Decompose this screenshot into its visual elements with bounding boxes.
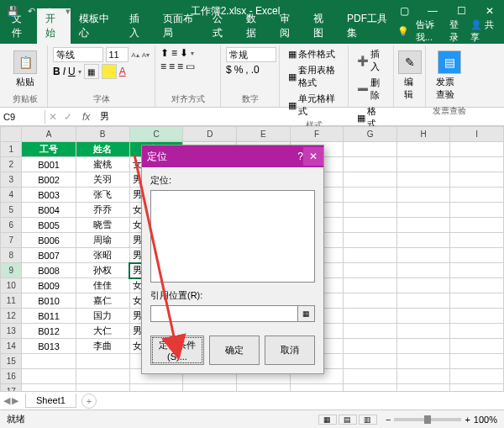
- page-break-icon[interactable]: ▥: [359, 415, 377, 425]
- add-sheet-icon[interactable]: +: [81, 394, 97, 409]
- merge-button[interactable]: ▭: [186, 61, 195, 72]
- sheet-tab[interactable]: Sheet1: [25, 394, 76, 408]
- fill-color-button[interactable]: [102, 64, 117, 79]
- cell[interactable]: B005: [22, 218, 76, 233]
- align-bot-icon[interactable]: ⬇: [180, 47, 188, 59]
- cell[interactable]: B003: [22, 188, 76, 203]
- insert-cells-button[interactable]: ➕ 插入: [354, 47, 388, 74]
- tab-layout[interactable]: 页面布局: [155, 8, 205, 44]
- cell[interactable]: B013: [22, 339, 76, 354]
- tab-pdf[interactable]: PDF工具集: [339, 8, 397, 44]
- border-button[interactable]: ▦: [84, 64, 99, 79]
- row-header[interactable]: 8: [1, 248, 22, 263]
- qat-customize-icon[interactable]: ▾: [60, 3, 76, 18]
- share-button[interactable]: 👤 共享: [470, 18, 496, 44]
- col-header[interactable]: D: [183, 127, 237, 142]
- cell[interactable]: 佳佳: [76, 278, 129, 293]
- row-header[interactable]: 6: [1, 218, 22, 233]
- select-all-corner[interactable]: [1, 127, 22, 142]
- cell[interactable]: B007: [22, 248, 76, 263]
- col-header[interactable]: E: [237, 127, 291, 142]
- align-center-icon[interactable]: ≡: [169, 61, 175, 72]
- save-icon[interactable]: 💾: [5, 3, 20, 18]
- zoom-level[interactable]: 100%: [474, 415, 497, 425]
- normal-view-icon[interactable]: ▦: [318, 415, 337, 425]
- reference-picker-icon[interactable]: ▦: [298, 305, 315, 322]
- cell[interactable]: 工号: [22, 142, 76, 157]
- dialog-close-icon[interactable]: ✕: [303, 147, 323, 166]
- undo-icon[interactable]: ↶: [24, 3, 39, 18]
- login-button[interactable]: 登录: [449, 18, 464, 44]
- cell[interactable]: B011: [22, 309, 76, 324]
- reference-input[interactable]: [150, 305, 298, 322]
- format-table-button[interactable]: ▦ 套用表格格式: [285, 63, 343, 90]
- comma-icon[interactable]: ,: [245, 64, 248, 76]
- prev-sheet-icon[interactable]: ◀: [3, 395, 10, 406]
- row-header[interactable]: 4: [1, 188, 22, 203]
- cell-styles-button[interactable]: ▦ 单元格样式: [285, 92, 343, 119]
- col-header[interactable]: B: [76, 127, 129, 142]
- row-header[interactable]: 15: [1, 354, 22, 369]
- invoice-button[interactable]: ▤ 发票查验: [431, 47, 468, 104]
- row-header[interactable]: 3: [1, 172, 22, 188]
- row-header[interactable]: 9: [1, 263, 22, 278]
- font-color-button[interactable]: A: [119, 66, 126, 77]
- row-header[interactable]: 2: [1, 157, 22, 172]
- cell[interactable]: 蜜桃: [76, 157, 129, 172]
- enter-formula-icon[interactable]: ✓: [60, 111, 76, 123]
- cancel-button[interactable]: 取消: [265, 336, 315, 365]
- row-header[interactable]: 13: [1, 324, 22, 339]
- delete-cells-button[interactable]: ➖ 删除: [354, 76, 388, 103]
- dialog-titlebar[interactable]: 定位 ? ✕: [142, 145, 323, 167]
- cell[interactable]: 周瑜: [76, 233, 129, 248]
- tell-me[interactable]: 告诉我...: [416, 18, 443, 44]
- currency-icon[interactable]: $: [226, 64, 232, 76]
- col-header[interactable]: F: [290, 127, 344, 142]
- underline-button[interactable]: U: [68, 66, 76, 77]
- inc-dec-icon[interactable]: .0: [251, 64, 260, 76]
- page-layout-icon[interactable]: ▤: [339, 415, 357, 425]
- cell[interactable]: B008: [22, 263, 76, 278]
- cell[interactable]: 李曲: [76, 339, 129, 354]
- row-header[interactable]: 12: [1, 309, 22, 324]
- italic-button[interactable]: I: [63, 66, 66, 77]
- dialog-help-icon[interactable]: ?: [297, 151, 303, 162]
- col-header[interactable]: C: [129, 127, 183, 142]
- maximize-icon[interactable]: ☐: [447, 5, 475, 17]
- bold-button[interactable]: B: [53, 66, 60, 77]
- cell[interactable]: 国力: [76, 309, 129, 324]
- special-button[interactable]: 定位条件(S)...: [150, 336, 204, 365]
- cell[interactable]: 张昭: [76, 248, 129, 263]
- tab-template[interactable]: 模板中心: [71, 8, 121, 44]
- close-icon[interactable]: ✕: [475, 5, 504, 17]
- paste-button[interactable]: 📋 粘贴: [8, 47, 42, 92]
- fx-icon[interactable]: fx: [76, 111, 97, 123]
- align-mid-icon[interactable]: ≡: [171, 47, 177, 59]
- number-format-select[interactable]: 常规: [226, 47, 276, 62]
- tab-review[interactable]: 审阅: [271, 8, 305, 44]
- row-header[interactable]: 1: [1, 142, 22, 157]
- cell[interactable]: 关羽: [76, 172, 129, 188]
- row-header[interactable]: 16: [1, 369, 22, 384]
- row-header[interactable]: 5: [1, 203, 22, 218]
- row-header[interactable]: 14: [1, 339, 22, 354]
- font-name-select[interactable]: 等线: [53, 47, 103, 62]
- tell-me-icon[interactable]: 💡: [397, 26, 409, 37]
- percent-icon[interactable]: %: [234, 64, 244, 76]
- cell[interactable]: 嘉仁: [76, 293, 129, 309]
- cell[interactable]: B012: [22, 324, 76, 339]
- cancel-formula-icon[interactable]: ✕: [45, 111, 60, 123]
- goto-listbox[interactable]: [150, 190, 315, 283]
- cell[interactable]: B006: [22, 233, 76, 248]
- tab-insert[interactable]: 插入: [121, 8, 155, 44]
- align-left-icon[interactable]: ≡: [160, 61, 166, 72]
- row-header[interactable]: 11: [1, 293, 22, 309]
- next-sheet-icon[interactable]: ▶: [12, 395, 18, 406]
- minimize-icon[interactable]: —: [418, 5, 447, 17]
- tab-formula[interactable]: 公式: [204, 8, 238, 44]
- cell[interactable]: 大仁: [76, 324, 129, 339]
- cell[interactable]: 张飞: [76, 188, 129, 203]
- cell[interactable]: 孙权: [76, 263, 129, 278]
- zoom-in-icon[interactable]: +: [465, 415, 470, 425]
- col-header[interactable]: I: [450, 127, 504, 142]
